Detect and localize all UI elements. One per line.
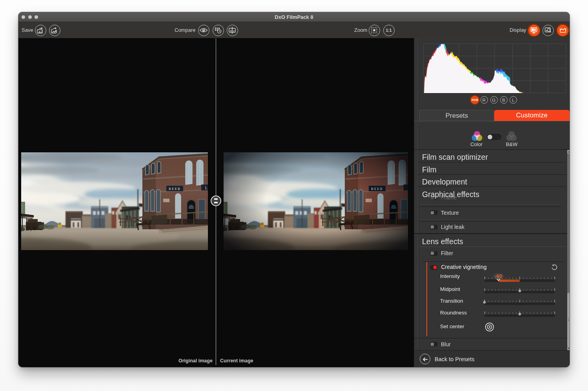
svg-text:L: L bbox=[205, 186, 208, 190]
svg-text:1:1: 1:1 bbox=[386, 28, 391, 33]
svg-text:BEER: BEER bbox=[169, 187, 181, 191]
